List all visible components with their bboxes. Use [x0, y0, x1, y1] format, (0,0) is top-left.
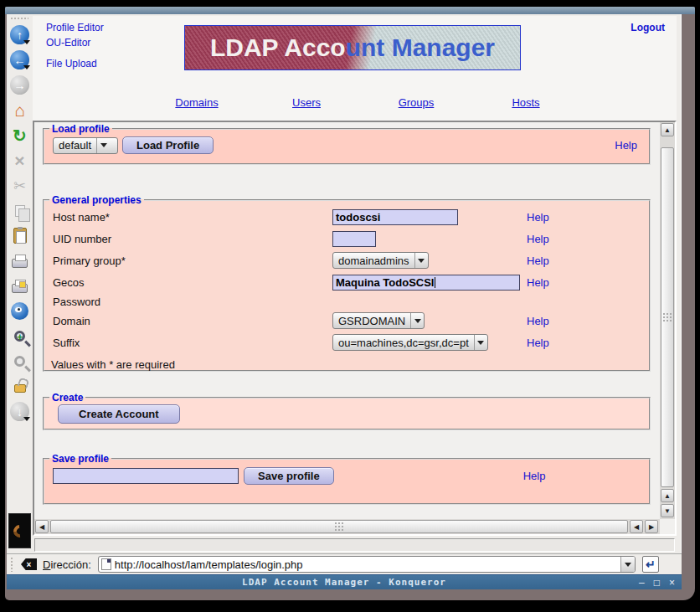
host-name-row: Host name* todoscsi Help [44, 206, 649, 228]
address-toolbar-handle[interactable] [10, 557, 14, 572]
url-input[interactable]: http://localhost/lam/templates/login.php [98, 556, 636, 573]
horizontal-scrollbar[interactable]: ◀ ◀ ▶ [34, 519, 660, 534]
up-icon: ↑ [10, 25, 29, 44]
primary-group-select[interactable]: domainadmins [332, 252, 429, 269]
back-icon[interactable]: ← [9, 49, 30, 70]
find-icon[interactable] [9, 301, 30, 321]
address-toolbar: × Dirección: http://localhost/lam/templa… [7, 553, 682, 574]
load-profile-section: Load profile default Load Profile Help [43, 123, 651, 165]
text-cursor [435, 277, 435, 288]
window-titlebar[interactable]: LDAP Account Manager - Konqueror – □ × [7, 574, 682, 589]
create-legend: Create [49, 392, 85, 404]
status-bar [34, 538, 675, 552]
primary-group-label: Primary group* [53, 255, 332, 267]
lam-banner-logo: LDAP Account Manager [184, 25, 521, 70]
reload-icon[interactable]: ↻ [9, 125, 30, 146]
konqueror-window: ↑ ← → ⌂ ↻ × ✂ ↓ Profile Editor OU-Editor… [5, 7, 695, 600]
nav-groups-link[interactable]: Groups [399, 96, 435, 109]
file-upload-link[interactable]: File Upload [46, 58, 97, 69]
scroll-right-button[interactable]: ▶ [645, 520, 658, 533]
nav-users-link[interactable]: Users [292, 96, 321, 109]
home-icon[interactable]: ⌂ [9, 100, 30, 121]
banner-text-left: LDAP Acco [210, 33, 346, 62]
maximize-button[interactable]: □ [654, 578, 660, 588]
window-title: LDAP Account Manager - Konqueror [7, 577, 682, 588]
primary-group-help-link[interactable]: Help [527, 255, 549, 267]
chevron-down-icon [410, 313, 424, 328]
browser-chrome: ↑ ← → ⌂ ↻ × ✂ ↓ Profile Editor OU-Editor… [7, 14, 682, 574]
paste-icon[interactable] [9, 225, 30, 246]
window-top-border [5, 7, 695, 14]
print-icon[interactable] [9, 250, 30, 271]
horizontal-scrollbar-thumb[interactable] [50, 520, 628, 533]
host-name-label: Host name* [53, 211, 332, 224]
load-profile-help-link[interactable]: Help [615, 139, 637, 152]
uid-number-row: UID number Help [44, 228, 649, 249]
konqueror-throbber [8, 513, 31, 548]
host-name-input[interactable]: todoscsi [332, 209, 458, 225]
copy-icon[interactable] [9, 200, 30, 221]
load-profile-legend: Load profile [49, 123, 112, 135]
vertical-scrollbar[interactable]: ▲ ▲ ▼ [660, 122, 675, 519]
suffix-label: Suffix [53, 337, 332, 349]
uid-number-help-link[interactable]: Help [527, 233, 549, 245]
lam-main-frame: Load profile default Load Profile Help G… [33, 121, 677, 536]
print-frame-icon[interactable] [9, 275, 30, 296]
minimize-button[interactable]: – [639, 578, 645, 588]
suffix-select[interactable]: ou=machines,dc=gsr,dc=pt [332, 334, 488, 351]
ou-editor-link[interactable]: OU-Editor [46, 37, 90, 49]
uid-number-label: UID number [53, 233, 332, 245]
clear-location-icon[interactable]: × [21, 558, 37, 570]
vertical-scrollbar-thumb[interactable] [661, 147, 674, 487]
back-icon: ← [10, 50, 29, 69]
save-profile-help-link[interactable]: Help [523, 470, 546, 482]
save-profile-input[interactable] [53, 468, 239, 484]
lam-header-frame: Profile Editor OU-Editor File Upload Log… [33, 16, 677, 121]
profile-select[interactable]: default [53, 137, 118, 154]
address-label: Dirección: [43, 558, 91, 571]
zoom-out-icon[interactable] [9, 351, 30, 372]
profile-editor-link[interactable]: Profile Editor [46, 22, 104, 33]
nav-domains-link[interactable]: Domains [175, 96, 218, 109]
logout-link[interactable]: Logout [631, 22, 665, 33]
url-history-dropdown[interactable] [620, 557, 635, 572]
chevron-down-icon [414, 253, 428, 268]
close-button[interactable]: × [669, 578, 675, 588]
domain-select[interactable]: GSRDOMAIN [332, 312, 425, 329]
save-profile-button[interactable]: Save profile [244, 467, 334, 485]
nav-hosts-link[interactable]: Hosts [512, 96, 539, 109]
toolbar-drag-handle[interactable] [10, 17, 28, 21]
url-text: http://localhost/lam/templates/login.php [115, 558, 303, 571]
scroll-up-button[interactable]: ▲ [661, 123, 674, 136]
required-fields-note: Values with * are required [44, 358, 649, 371]
scroll-left-button[interactable]: ◀ [35, 520, 49, 533]
host-name-help-link[interactable]: Help [527, 211, 549, 224]
main-toolbar: ↑ ← → ⌂ ↻ × ✂ ↓ [7, 14, 33, 557]
general-properties-legend: General properties [49, 194, 144, 206]
gecos-label: Gecos [53, 276, 332, 289]
gecos-help-link[interactable]: Help [527, 276, 549, 289]
gecos-row: Gecos Maquina TodoSCSI Help [44, 271, 649, 294]
cut-icon[interactable]: ✂ [9, 175, 30, 196]
page-icon [101, 558, 111, 570]
create-account-button[interactable]: Create Account [58, 404, 180, 424]
domain-row: Domain GSRDOMAIN Help [44, 310, 649, 332]
forward-icon[interactable]: → [9, 75, 30, 95]
scroll-up-button-bottom[interactable]: ▲ [661, 489, 674, 502]
suffix-help-link[interactable]: Help [527, 337, 549, 349]
gecos-input[interactable]: Maquina TodoSCSI [332, 275, 520, 291]
domain-help-link[interactable]: Help [527, 315, 549, 327]
up-icon[interactable]: ↑ [9, 24, 30, 45]
general-properties-section: General properties Host name* todoscsi H… [43, 194, 651, 372]
load-profile-button[interactable]: Load Profile [122, 136, 214, 154]
uid-number-input[interactable] [332, 231, 376, 247]
security-icon[interactable] [9, 374, 30, 395]
go-button[interactable]: ↵ [642, 556, 659, 573]
scroll-left-button-right[interactable]: ◀ [630, 520, 643, 533]
stop-icon[interactable]: × [9, 150, 30, 171]
password-label: Password [53, 296, 332, 308]
down-icon[interactable]: ↓ [9, 401, 30, 422]
create-section: Create Create Account [43, 392, 651, 430]
zoom-in-icon[interactable] [9, 326, 30, 347]
scroll-down-button[interactable]: ▼ [661, 504, 674, 517]
